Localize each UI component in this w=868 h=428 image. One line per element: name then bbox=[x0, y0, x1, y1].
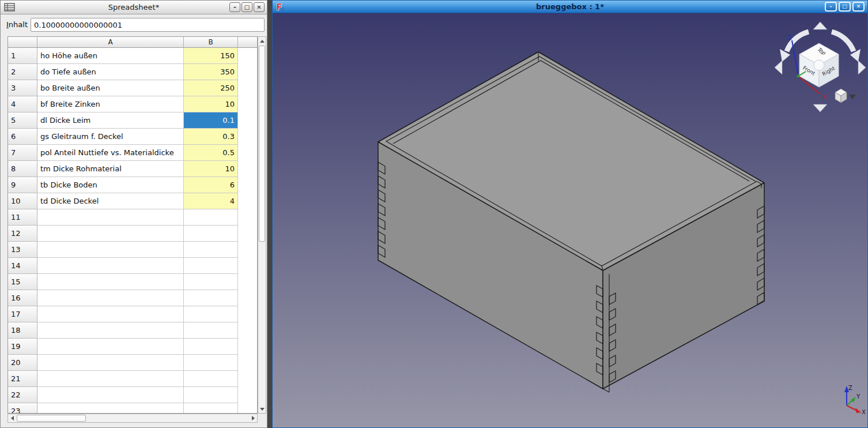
row-header[interactable]: 4 bbox=[8, 96, 37, 112]
cell-b[interactable]: 10 bbox=[184, 161, 238, 177]
cell-b[interactable] bbox=[184, 306, 238, 322]
3d-viewport[interactable]: Top Front Right Z X bbox=[273, 13, 867, 427]
row-header[interactable]: 20 bbox=[8, 355, 37, 371]
row-header[interactable]: 12 bbox=[8, 226, 37, 242]
cell-b[interactable] bbox=[184, 355, 238, 371]
scroll-left-button[interactable] bbox=[8, 414, 16, 422]
row-header[interactable]: 22 bbox=[8, 387, 37, 403]
nav-arrow-down-icon[interactable] bbox=[813, 104, 827, 112]
cell-b[interactable] bbox=[184, 371, 238, 387]
cell-a[interactable] bbox=[37, 322, 184, 339]
cell-a[interactable]: tm Dicke Rohmaterial bbox=[37, 161, 184, 177]
cell-b[interactable]: 0.3 bbox=[184, 129, 238, 145]
row-header[interactable]: 6 bbox=[8, 129, 37, 145]
viewport-titlebar[interactable]: F ⚙ brueggebox : 1* – □ ✕ bbox=[273, 1, 867, 13]
cell-b[interactable] bbox=[184, 209, 238, 226]
cell-a[interactable]: td Dicke Deckel bbox=[37, 193, 184, 209]
box-model[interactable] bbox=[378, 52, 764, 392]
row-header[interactable]: 2 bbox=[8, 64, 37, 80]
view-mode-cube-icon[interactable] bbox=[835, 89, 847, 103]
close-button[interactable]: ✕ bbox=[254, 2, 265, 12]
cell-b[interactable]: 0.5 bbox=[184, 145, 238, 161]
row-header[interactable]: 14 bbox=[8, 258, 37, 274]
horizontal-scrollbar[interactable] bbox=[7, 414, 258, 423]
cell-b[interactable] bbox=[184, 403, 238, 414]
row-header[interactable]: 19 bbox=[8, 339, 37, 355]
cell-b[interactable]: 6 bbox=[184, 177, 238, 193]
cell-b[interactable] bbox=[184, 322, 238, 339]
row-header[interactable]: 13 bbox=[8, 242, 37, 258]
row-header[interactable]: 15 bbox=[8, 274, 37, 290]
cell-a[interactable]: tb Dicke Boden bbox=[37, 177, 184, 193]
cell-a[interactable]: gs Gleitraum f. Deckel bbox=[37, 129, 184, 145]
cell-a[interactable]: bf Breite Zinken bbox=[37, 96, 184, 112]
maximize-button[interactable]: □ bbox=[241, 2, 252, 12]
cell-a[interactable] bbox=[37, 290, 184, 306]
cell-b[interactable] bbox=[184, 274, 238, 290]
cell-b[interactable] bbox=[184, 290, 238, 306]
cell-b[interactable]: 250 bbox=[184, 80, 238, 96]
cell-a[interactable]: pol Anteil Nuttiefe vs. Materialdicke bbox=[37, 145, 184, 161]
row-header[interactable]: 16 bbox=[8, 290, 37, 306]
cell-a[interactable]: ho Höhe außen bbox=[37, 48, 184, 64]
view-mode-dropdown-icon[interactable] bbox=[849, 95, 856, 99]
nav-arrow-up-icon[interactable] bbox=[813, 22, 827, 29]
corner-header[interactable] bbox=[8, 37, 37, 48]
cell-b[interactable]: 350 bbox=[184, 64, 238, 80]
cell-b[interactable]: 0.1 bbox=[184, 112, 238, 129]
scroll-down-button[interactable] bbox=[258, 406, 266, 413]
nav-cube-corner[interactable] bbox=[814, 60, 824, 70]
cell-a[interactable] bbox=[37, 258, 184, 274]
row-header[interactable]: 8 bbox=[8, 161, 37, 177]
cell-b[interactable]: 4 bbox=[184, 193, 238, 209]
column-header-a[interactable]: A bbox=[37, 37, 184, 48]
cell-a[interactable]: do Tiefe außen bbox=[37, 64, 184, 80]
spreadsheet-titlebar[interactable]: Spreadsheet* – □ ✕ bbox=[1, 1, 267, 14]
cell-b[interactable] bbox=[184, 387, 238, 403]
scroll-up-button[interactable] bbox=[258, 37, 266, 44]
cell-a[interactable] bbox=[37, 209, 184, 226]
maximize-button[interactable]: □ bbox=[839, 2, 851, 12]
content-input[interactable] bbox=[31, 18, 265, 32]
cell-a[interactable] bbox=[37, 306, 184, 322]
cell-b[interactable]: 10 bbox=[184, 96, 238, 112]
cell-a[interactable] bbox=[37, 339, 184, 355]
cell-b[interactable] bbox=[184, 242, 238, 258]
cell-a[interactable]: bo Breite außen bbox=[37, 80, 184, 96]
cell-a[interactable] bbox=[37, 226, 184, 242]
row-header[interactable]: 23 bbox=[8, 403, 37, 414]
row-header[interactable]: 3 bbox=[8, 80, 37, 96]
cell-a[interactable]: dl Dicke Leim bbox=[37, 112, 184, 129]
minimize-button[interactable]: – bbox=[825, 2, 837, 12]
row-header[interactable]: 9 bbox=[8, 177, 37, 193]
minimize-button[interactable]: – bbox=[229, 2, 240, 12]
row-header[interactable]: 11 bbox=[8, 209, 37, 226]
cell-a[interactable] bbox=[37, 274, 184, 290]
nav-arrow-right-icon[interactable] bbox=[858, 61, 866, 74]
cell-a[interactable] bbox=[37, 355, 184, 371]
cell-b[interactable] bbox=[184, 226, 238, 242]
horizontal-scroll-thumb[interactable] bbox=[17, 415, 86, 422]
cell-a[interactable] bbox=[37, 371, 184, 387]
cell-a[interactable] bbox=[37, 403, 184, 414]
row-header[interactable]: 7 bbox=[8, 145, 37, 161]
cell-b[interactable] bbox=[184, 258, 238, 274]
row-header[interactable]: 5 bbox=[8, 112, 37, 129]
column-header-c[interactable] bbox=[238, 37, 257, 48]
cell-a[interactable] bbox=[37, 242, 184, 258]
row-header[interactable]: 10 bbox=[8, 193, 37, 209]
table-row: 19 bbox=[8, 339, 257, 355]
cell-b[interactable] bbox=[184, 339, 238, 355]
row-header[interactable]: 17 bbox=[8, 306, 37, 322]
cell-b[interactable]: 150 bbox=[184, 48, 238, 64]
close-button[interactable]: ✕ bbox=[852, 2, 865, 12]
nav-arrow-left-icon[interactable] bbox=[775, 61, 782, 74]
row-header[interactable]: 1 bbox=[8, 48, 37, 64]
column-header-b[interactable]: B bbox=[184, 37, 238, 48]
row-header[interactable]: 18 bbox=[8, 322, 37, 339]
row-header[interactable]: 21 bbox=[8, 371, 37, 387]
cell-a[interactable] bbox=[37, 387, 184, 403]
vertical-scrollbar[interactable] bbox=[258, 36, 266, 414]
vertical-scroll-thumb[interactable] bbox=[259, 46, 265, 242]
scroll-right-button[interactable] bbox=[250, 414, 257, 422]
